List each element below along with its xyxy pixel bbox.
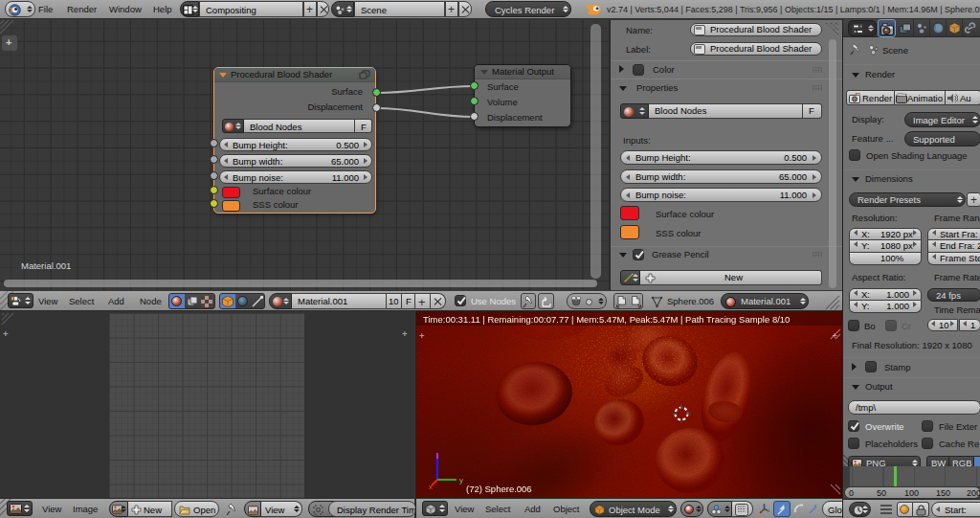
svg-text:x: x [429,483,433,490]
svg-text:y: y [459,476,463,484]
